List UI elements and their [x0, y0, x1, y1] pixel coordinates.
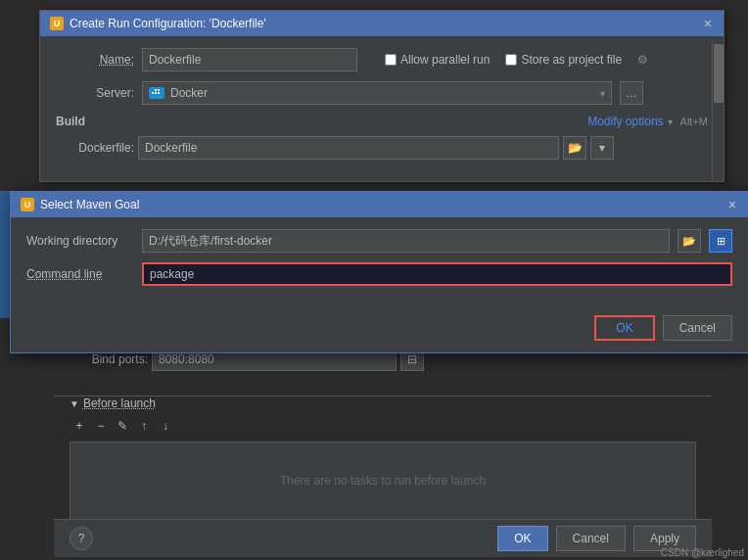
- working-dir-extra-button[interactable]: ⊞: [709, 229, 732, 253]
- allow-parallel-run-label: Allow parallel run: [400, 53, 490, 67]
- remove-task-button[interactable]: −: [91, 416, 111, 436]
- bind-ports-label: Bind ports:: [70, 352, 148, 366]
- bg-ok-button[interactable]: OK: [497, 526, 547, 551]
- svg-rect-3: [155, 89, 157, 91]
- dropdown-icon: ▾: [599, 141, 605, 155]
- modify-options-link[interactable]: Modify options: [587, 115, 663, 128]
- name-label: Name:: [56, 53, 134, 67]
- command-line-row: Command line: [26, 262, 732, 286]
- dockerfile-label: Dockerfile:: [56, 141, 134, 155]
- fg-cancel-button[interactable]: Cancel: [663, 315, 732, 341]
- help-button[interactable]: ?: [70, 527, 93, 550]
- scroll-area[interactable]: [712, 42, 724, 181]
- store-project-file-checkbox[interactable]: [505, 54, 517, 66]
- edit-task-button[interactable]: ✎: [113, 416, 132, 436]
- before-launch-label: Before launch: [83, 397, 156, 410]
- bg-dialog-titlebar: U Create Run Configuration: 'Dockerfile'…: [40, 11, 724, 36]
- intellij-icon: U: [50, 17, 64, 30]
- svg-rect-0: [152, 92, 154, 94]
- bg-dialog-title: Create Run Configuration: 'Dockerfile': [70, 17, 266, 30]
- server-row: Server: Docker ▾ …: [56, 81, 708, 105]
- name-input[interactable]: [142, 48, 357, 71]
- dockerfile-input[interactable]: [138, 136, 559, 160]
- triangle-down-icon: ▼: [70, 398, 79, 409]
- dockerfile-dropdown-button[interactable]: ▾: [590, 136, 614, 160]
- expand-icon: ⊟: [407, 352, 417, 366]
- store-project-file-checkbox-label[interactable]: Store as project file: [505, 53, 622, 67]
- fg-dialog-titlebar: U Select Maven Goal ×: [11, 192, 748, 217]
- server-label: Server:: [56, 86, 134, 100]
- gear-icon[interactable]: ⚙: [637, 53, 648, 67]
- bg-dialog-close-button[interactable]: ×: [702, 17, 714, 30]
- fg-intellij-icon: U: [21, 198, 34, 211]
- server-dropdown-arrow: ▾: [600, 88, 605, 99]
- command-line-input[interactable]: [142, 262, 732, 286]
- fg-dialog-close-button[interactable]: ×: [726, 198, 738, 211]
- move-down-button[interactable]: ↓: [156, 416, 175, 436]
- move-up-button[interactable]: ↑: [134, 416, 154, 436]
- working-dir-input[interactable]: [142, 229, 670, 253]
- titlebar-left: U Create Run Configuration: 'Dockerfile': [50, 17, 266, 30]
- dockerfile-folder-button[interactable]: 📂: [563, 136, 586, 160]
- allow-parallel-run-checkbox[interactable]: [385, 54, 397, 66]
- working-dir-label: Working directory: [26, 234, 134, 248]
- fg-dialog-footer: OK Cancel: [11, 307, 748, 352]
- docker-icon: [149, 87, 164, 99]
- before-launch-header: ▼ Before launch: [70, 397, 696, 410]
- add-task-button[interactable]: +: [70, 416, 89, 436]
- store-project-file-label: Store as project file: [521, 53, 622, 67]
- server-select-inner: Docker: [149, 86, 208, 100]
- build-title: Build: [56, 115, 85, 128]
- bg-dialog-footer: ? OK Cancel Apply: [54, 519, 712, 557]
- server-select[interactable]: Docker ▾: [142, 81, 612, 105]
- bg-cancel-button[interactable]: Cancel: [556, 526, 626, 551]
- before-launch-section: ▼ Before launch + − ✎ ↑ ↓ There are no t…: [54, 382, 712, 520]
- allow-parallel-run-checkbox-label[interactable]: Allow parallel run: [385, 53, 490, 67]
- build-section-header: Build Modify options ▾ Alt+M: [56, 115, 708, 128]
- modify-options-arrow: ▾: [668, 117, 673, 127]
- working-dir-folder-button[interactable]: 📂: [678, 229, 701, 253]
- bg-dialog-body: Name: Allow parallel run Store as projec…: [40, 36, 724, 181]
- svg-rect-4: [158, 89, 160, 91]
- fg-titlebar-left: U Select Maven Goal: [21, 198, 139, 211]
- folder-icon: 📂: [568, 141, 583, 155]
- name-row: Name: Allow parallel run Store as projec…: [56, 48, 708, 71]
- left-sidebar: [0, 191, 10, 318]
- fg-ok-button[interactable]: OK: [594, 315, 654, 341]
- dockerfile-row: Dockerfile: 📂 ▾: [56, 136, 708, 160]
- fg-dialog-body: Working directory 📂 ⊞ Command line: [11, 217, 748, 307]
- svg-rect-1: [155, 92, 157, 94]
- before-launch-toolbar: + − ✎ ↑ ↓: [70, 416, 696, 436]
- before-launch-inner: ▼ Before launch + − ✎ ↑ ↓ There are no t…: [54, 396, 712, 520]
- no-tasks-label: There are no tasks to run before launch: [280, 474, 486, 488]
- command-line-label: Command line: [26, 267, 134, 281]
- select-maven-goal-dialog: U Select Maven Goal × Working directory …: [10, 191, 748, 353]
- no-tasks-area: There are no tasks to run before launch: [70, 442, 696, 520]
- scroll-thumb: [714, 44, 724, 103]
- watermark: CSDN @kærlighed: [661, 547, 744, 558]
- working-dir-row: Working directory 📂 ⊞: [26, 229, 732, 253]
- folder-icon: 📂: [682, 235, 696, 248]
- fg-dialog-title: Select Maven Goal: [40, 198, 139, 211]
- create-run-config-dialog: U Create Run Configuration: 'Dockerfile'…: [39, 10, 725, 182]
- grid-icon: ⊞: [717, 235, 725, 248]
- svg-rect-2: [158, 92, 160, 94]
- modify-options-shortcut: Alt+M: [680, 116, 708, 127]
- server-value: Docker: [170, 86, 208, 100]
- modify-options-area: Modify options ▾ Alt+M: [587, 115, 708, 128]
- server-more-button[interactable]: …: [620, 81, 643, 105]
